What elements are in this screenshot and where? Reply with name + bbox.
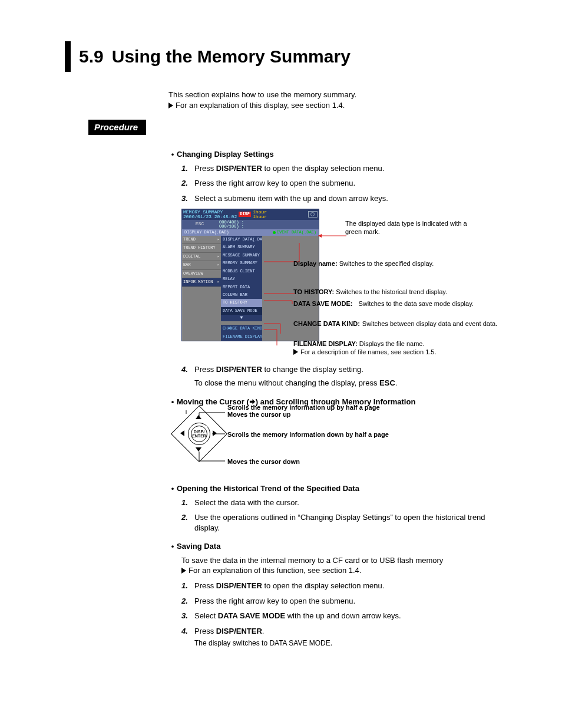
data-header: DISPLAY DATA(.DAD) [184,230,229,235]
callout-green-mark: The displayed data type is indicated wit… [345,219,481,236]
screenshot-diagram: MEMORY SUMMARY2006/01/23 20:45:02 DISP 1… [181,209,509,356]
step: Select a submenu item with the up and do… [181,193,509,204]
step: Press the right arrow key to open the su… [181,178,509,189]
left-menu: TREND▸ TREND HISTORY DIGITAL▸ BAR▸ OVERV… [182,236,221,341]
topic-text: Saving Data [177,542,220,551]
navpad-diagram: DISP/ ENTER Scrolls the memory informati… [168,410,509,475]
disp-badge: DISP [239,212,251,217]
cross-reference: For an explanation of this display, see … [168,100,345,111]
down-arrow-icon: ▼ [221,315,262,321]
step: Press the right arrow key to open the su… [181,596,509,607]
esc-button: ESC [182,220,217,229]
step: Select DATA SAVE MODE with the up and do… [181,611,509,621]
step: Use the operations outlined in “Changing… [181,512,509,533]
triangle-right-icon [168,103,173,108]
camera-icon [308,211,318,218]
step: Press DISP/ENTER to change the display s… [181,364,509,388]
callout-display-name: Display name: Switches to the specified … [293,259,434,268]
topic-text: Changing Display Settings [177,150,274,159]
topic-changing-display: •Changing Display Settings [168,149,509,160]
step-note: The display switches to DATA SAVE MODE. [194,638,509,648]
shot-timestamp: 2006/01/23 20:45:02 [183,214,237,219]
saving-intro: To save the data in the internal memory … [181,555,509,566]
left-arrow-icon [180,430,184,436]
topic-opening-historical: •Opening the Historical Trend of the Spe… [168,483,509,494]
topic-saving-data: •Saving Data [168,541,509,552]
green-mark-icon [273,231,276,234]
nav-label: Moves the cursor down [227,457,300,466]
topic-text: Opening the Historical Trend of the Spec… [177,484,359,493]
nav-label: Scrolls the memory information down by h… [227,430,389,439]
up-arrow-icon [196,415,201,419]
page-title-row: 5.9 Using the Memory Summary [65,41,509,72]
intro-line: This section explains how to use the mem… [168,90,509,100]
callout-data-save: DATA SAVE MODE:Switches to the data save… [293,299,500,308]
procedure-label: Procedure [88,120,146,135]
down-arrow-icon [196,447,201,452]
callout-to-history: TO HISTORY: Switches to the historical t… [293,288,447,296]
triangle-right-icon [293,349,298,355]
title-ornament-bar [65,41,71,72]
nav-label: Moves the cursor up [227,410,291,419]
callout-change-kind: CHANGE DATA KIND:Switches between displa… [293,319,505,328]
step: Press DISP/ENTER to open the display sel… [181,581,509,591]
right-arrow-icon [213,430,217,436]
step: Press DISP/ENTER to open the display sel… [181,163,509,174]
callout-filename: FILENAME DISPLAY: Displays the file name… [293,340,511,357]
step: Press DISP/ENTER. The display switches t… [181,626,509,648]
intro-block: This section explains how to use the mem… [168,90,509,110]
cross-reference: For an explanation of this function, see… [181,565,509,576]
disp-enter-label: DISP/ ENTER [192,430,206,438]
section-number: 5.9 [79,45,104,69]
section-title: Using the Memory Summary [112,45,351,69]
xref-text: For an explanation of this display, see … [176,101,345,110]
submenu: DISPLAY DATA(.DAD) ALARM SUMMARY MESSAGE… [221,236,262,341]
step: Select the data with the cursor. [181,498,509,508]
triangle-right-icon [181,568,186,574]
